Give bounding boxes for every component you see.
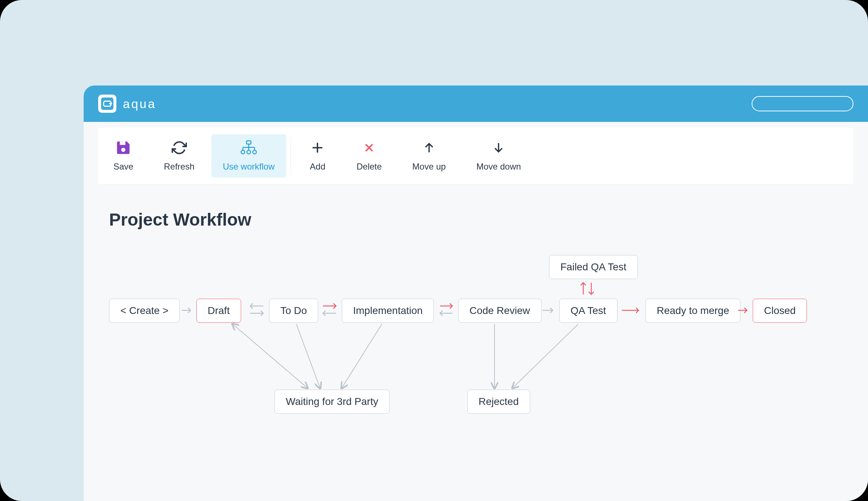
content-area: Project Workflow < Create > Draft To Do … bbox=[84, 184, 868, 437]
arrow-qa-failed bbox=[578, 279, 596, 297]
arrow-review-qa bbox=[542, 306, 557, 315]
svg-rect-5 bbox=[247, 141, 251, 144]
move-down-label: Move down bbox=[476, 162, 521, 172]
toolbar-divider bbox=[291, 137, 291, 175]
svg-rect-4 bbox=[120, 141, 125, 145]
delete-button[interactable]: Delete bbox=[341, 128, 397, 184]
save-label: Save bbox=[113, 162, 133, 172]
arrow-up-icon bbox=[423, 140, 435, 155]
app-window: aqua Save bbox=[84, 86, 868, 501]
arrow-impl-review bbox=[437, 302, 456, 318]
refresh-label: Refresh bbox=[164, 162, 195, 172]
node-code-review[interactable]: Code Review bbox=[458, 299, 541, 323]
page-title: Project Workflow bbox=[109, 210, 843, 230]
move-up-button[interactable]: Move up bbox=[397, 128, 461, 184]
arrow-qa-ready bbox=[621, 306, 643, 315]
svg-line-33 bbox=[296, 324, 320, 388]
node-todo[interactable]: To Do bbox=[269, 299, 318, 323]
delete-label: Delete bbox=[356, 162, 381, 172]
node-closed[interactable]: Closed bbox=[753, 299, 807, 323]
plus-icon bbox=[311, 140, 324, 155]
arrow-ready-closed bbox=[737, 306, 751, 315]
use-workflow-label: Use workflow bbox=[223, 162, 275, 172]
aqua-logo-icon bbox=[98, 95, 116, 113]
svg-line-34 bbox=[342, 324, 382, 388]
search-input[interactable] bbox=[752, 96, 853, 111]
svg-point-3 bbox=[121, 148, 126, 152]
svg-line-32 bbox=[233, 324, 307, 388]
node-rejected[interactable]: Rejected bbox=[467, 390, 530, 414]
add-label: Add bbox=[310, 162, 325, 172]
node-failed-qa[interactable]: Failed QA Test bbox=[549, 255, 638, 279]
workflow-icon bbox=[240, 140, 257, 155]
node-waiting-3rd[interactable]: Waiting for 3rd Party bbox=[275, 390, 389, 414]
node-implementation[interactable]: Implementation bbox=[342, 299, 434, 323]
brand-logo: aqua bbox=[98, 95, 156, 113]
use-workflow-button[interactable]: Use workflow bbox=[211, 134, 287, 178]
save-button[interactable]: Save bbox=[98, 128, 149, 184]
arrow-down-icon bbox=[492, 140, 505, 155]
save-icon bbox=[115, 140, 132, 155]
refresh-button[interactable]: Refresh bbox=[149, 128, 210, 184]
move-up-label: Move up bbox=[412, 162, 446, 172]
delete-icon bbox=[363, 140, 375, 155]
arrow-todo-impl bbox=[319, 302, 340, 318]
svg-point-11 bbox=[241, 150, 245, 154]
svg-line-36 bbox=[513, 324, 578, 388]
header-bar: aqua bbox=[84, 86, 868, 122]
brand-name: aqua bbox=[123, 97, 156, 111]
workflow-canvas: < Create > Draft To Do Implementation Co… bbox=[109, 255, 843, 437]
node-draft[interactable]: Draft bbox=[196, 299, 241, 323]
node-ready-to-merge[interactable]: Ready to merge bbox=[645, 299, 740, 323]
arrow-create-draft bbox=[181, 306, 194, 315]
refresh-icon bbox=[172, 140, 187, 155]
move-down-button[interactable]: Move down bbox=[461, 128, 536, 184]
svg-point-12 bbox=[247, 150, 251, 154]
toolbar: Save Refresh bbox=[98, 128, 853, 184]
arrow-draft-todo bbox=[247, 302, 267, 318]
add-button[interactable]: Add bbox=[294, 128, 341, 184]
svg-point-13 bbox=[253, 150, 256, 154]
node-create[interactable]: < Create > bbox=[109, 299, 180, 323]
node-qa-test[interactable]: QA Test bbox=[559, 299, 617, 323]
